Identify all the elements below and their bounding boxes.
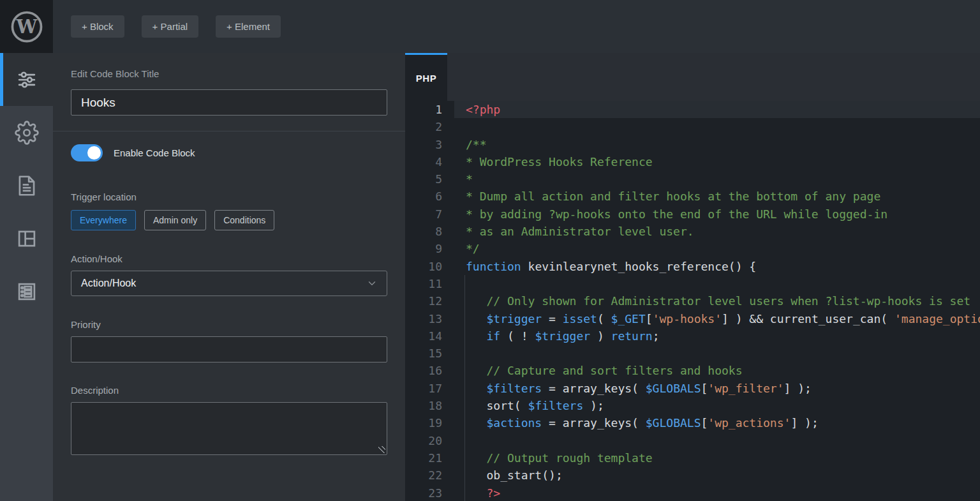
trigger-location-label: Trigger location — [71, 191, 137, 202]
line-content: * as an Administrator level user. — [466, 223, 694, 240]
code-line-21[interactable]: 21 // Output rough template — [405, 449, 980, 467]
code-line-7[interactable]: 7* by adding ?wp-hooks onto the end of t… — [405, 206, 980, 223]
line-number: 21 — [405, 449, 442, 467]
add-partial-button[interactable]: + Partial — [142, 15, 198, 38]
sidebar-item-code-blocks[interactable] — [0, 53, 53, 106]
wordpress-logo[interactable]: W — [0, 0, 53, 53]
line-content: <?php — [466, 101, 500, 118]
line-number: 4 — [405, 153, 442, 170]
line-number: 3 — [405, 136, 442, 153]
sidebar-item-list[interactable] — [0, 265, 53, 318]
line-number: 10 — [405, 258, 442, 275]
tab-php-label: PHP — [416, 73, 437, 84]
code-line-22[interactable]: 22 ob_start(); — [405, 467, 980, 484]
trigger-option-admin-only[interactable]: Admin only — [144, 210, 206, 230]
code-line-4[interactable]: 4* WordPress Hooks Reference — [405, 153, 980, 170]
code-line-20[interactable]: 20 — [405, 432, 980, 449]
sidebar — [0, 53, 53, 501]
code-line-17[interactable]: 17 $filters = array_keys( $GLOBALS['wp_f… — [405, 380, 980, 397]
line-number: 17 — [405, 380, 442, 397]
title-input[interactable] — [71, 89, 387, 116]
code-line-16[interactable]: 16 // Capture and sort filters and hooks — [405, 362, 980, 379]
line-content: if ( ! $trigger ) return; — [466, 327, 659, 345]
line-number: 14 — [405, 327, 442, 345]
code-lines: 1<?php23/**4* WordPress Hooks Reference5… — [405, 101, 980, 501]
code-line-11[interactable]: 11 — [405, 275, 980, 292]
code-line-9[interactable]: 9*/ — [405, 240, 980, 257]
wordpress-icon: W — [10, 10, 43, 43]
line-number: 1 — [405, 101, 442, 118]
enable-toggle[interactable] — [71, 144, 103, 161]
document-icon — [15, 174, 39, 198]
code-line-3[interactable]: 3/** — [405, 136, 980, 153]
textarea-resize-handle[interactable] — [378, 446, 385, 453]
sliders-icon — [15, 68, 39, 92]
line-content: * by adding ?wp-hooks onto the end of th… — [466, 206, 887, 223]
indent-guide — [464, 275, 465, 501]
line-number: 23 — [405, 484, 442, 501]
line-number: 12 — [405, 292, 442, 310]
priority-input[interactable] — [71, 336, 387, 363]
layout-icon — [15, 227, 39, 251]
action-hook-label: Action/Hook — [71, 253, 122, 264]
action-hook-select[interactable]: Action/Hook — [71, 271, 387, 296]
code-line-2[interactable]: 2 — [405, 118, 980, 135]
line-content: * — [466, 170, 473, 188]
sidebar-item-settings[interactable] — [0, 106, 53, 159]
add-block-button[interactable]: + Block — [71, 15, 124, 38]
code-line-1[interactable]: 1<?php — [405, 101, 980, 118]
line-number: 16 — [405, 362, 442, 379]
trigger-option-everywhere[interactable]: Everywhere — [71, 210, 136, 230]
code-line-18[interactable]: 18 sort( $filters ); — [405, 397, 980, 414]
line-number: 22 — [405, 467, 442, 484]
description-label: Description — [71, 385, 119, 396]
settings-panel: Edit Code Block Title Enable Code Block … — [53, 53, 405, 501]
line-content: ?> — [466, 484, 500, 501]
gear-icon — [15, 121, 39, 145]
line-content: /** — [466, 136, 487, 153]
top-bar: W + Block+ Partial+ Element — [0, 0, 980, 53]
line-content: function kevinlearynet_hooks_reference()… — [466, 258, 756, 275]
line-content: ob_start(); — [466, 467, 563, 484]
line-content: $actions = array_keys( $GLOBALS['wp_acti… — [466, 414, 819, 431]
sidebar-item-layout[interactable] — [0, 212, 53, 265]
line-number: 13 — [405, 310, 442, 327]
line-content: $filters = array_keys( $GLOBALS['wp_filt… — [466, 380, 812, 397]
line-content: // Output rough template — [466, 449, 653, 467]
line-content: // Capture and sort filters and hooks — [466, 362, 742, 379]
code-line-23[interactable]: 23 ?> — [405, 484, 980, 501]
action-hook-value: Action/Hook — [81, 278, 136, 289]
code-line-8[interactable]: 8* as an Administrator level user. — [405, 223, 980, 240]
code-editor[interactable]: PHP 1<?php23/**4* WordPress Hooks Refere… — [405, 53, 980, 501]
trigger-option-conditions[interactable]: Conditions — [214, 210, 274, 230]
line-number: 7 — [405, 206, 442, 223]
line-number: 2 — [405, 118, 442, 135]
line-content: $trigger = isset( $_GET['wp-hooks'] ) &&… — [466, 310, 980, 327]
code-line-14[interactable]: 14 if ( ! $trigger ) return; — [405, 327, 980, 345]
tab-php[interactable]: PHP — [405, 53, 447, 101]
code-line-5[interactable]: 5* — [405, 170, 980, 188]
line-content: * Dump all action and filter hooks at th… — [466, 188, 880, 205]
line-content: // Only shown for Administrator level us… — [466, 292, 970, 310]
add-element-button[interactable]: + Element — [216, 15, 281, 38]
divider — [53, 131, 405, 131]
line-number: 20 — [405, 432, 442, 449]
sidebar-item-document[interactable] — [0, 159, 53, 212]
description-textarea[interactable] — [71, 402, 387, 455]
line-content: sort( $filters ); — [466, 397, 604, 414]
list-icon — [15, 280, 39, 304]
title-label: Edit Code Block Title — [71, 68, 159, 79]
code-line-19[interactable]: 19 $actions = array_keys( $GLOBALS['wp_a… — [405, 414, 980, 431]
code-line-12[interactable]: 12 // Only shown for Administrator level… — [405, 292, 980, 310]
code-line-10[interactable]: 10function kevinlearynet_hooks_reference… — [405, 258, 980, 275]
code-line-15[interactable]: 15 — [405, 345, 980, 362]
editor-tab-strip: PHP — [405, 53, 980, 101]
code-line-13[interactable]: 13 $trigger = isset( $_GET['wp-hooks'] )… — [405, 310, 980, 327]
line-number: 18 — [405, 397, 442, 414]
code-line-6[interactable]: 6* Dump all action and filter hooks at t… — [405, 188, 980, 205]
line-number: 15 — [405, 345, 442, 362]
line-content: */ — [466, 240, 480, 257]
line-content: * WordPress Hooks Reference — [466, 153, 653, 170]
trigger-location-options: EverywhereAdmin onlyConditions — [71, 210, 274, 230]
enable-toggle-label: Enable Code Block — [114, 147, 195, 158]
